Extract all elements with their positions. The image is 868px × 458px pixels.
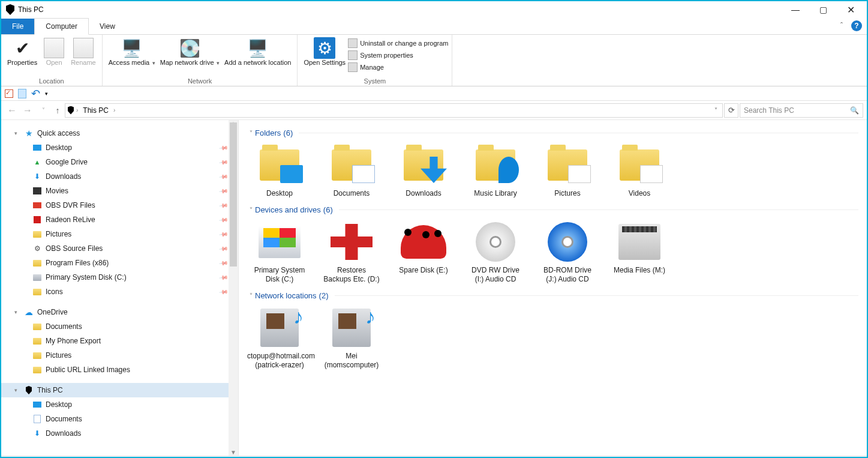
folder-downloads[interactable]: Downloads xyxy=(395,141,452,198)
drive-m-media[interactable]: Media Files (M:) xyxy=(611,218,668,284)
open-button[interactable]: Open xyxy=(40,36,68,67)
sidebar-item-radeon[interactable]: Radeon ReLive xyxy=(10,212,238,227)
collapse-ribbon-icon[interactable]: ˆ xyxy=(840,22,843,30)
drive-i-dvd[interactable]: DVD RW Drive (I:) Audio CD xyxy=(467,218,524,284)
sidebar-item-movies[interactable]: Movies xyxy=(10,184,238,198)
network-location-1[interactable]: ctopup@hotmail.com (patrick-erazer) xyxy=(251,304,308,370)
tab-computer[interactable]: Computer xyxy=(34,18,89,35)
chevron-down-icon: ˅ xyxy=(250,206,253,213)
access-media-icon: 🖥️ xyxy=(121,37,143,59)
qat-customize-icon[interactable]: ▾ xyxy=(45,91,48,97)
sidebar-item-documents-pc[interactable]: Documents xyxy=(10,412,238,426)
expand-icon[interactable]: ▾ xyxy=(14,387,20,393)
sidebar-item-pictures[interactable]: Pictures xyxy=(10,227,238,241)
sidebar-item-desktop[interactable]: Desktop xyxy=(10,140,238,155)
open-settings-label: Open Settings xyxy=(304,59,346,66)
address-history-dropdown[interactable]: ˅ xyxy=(712,107,720,113)
minimize-button[interactable]: — xyxy=(782,1,809,18)
properties-button[interactable]: ✔︎ Properties xyxy=(5,36,40,67)
nav-up-button[interactable]: ↑ xyxy=(52,106,64,115)
item-label: Restores Backups Etc. (D:) xyxy=(323,266,380,284)
system-properties-label: System properties xyxy=(360,52,413,59)
qat-undo-icon[interactable]: ↶ xyxy=(31,87,40,100)
sidebar-this-pc[interactable]: ▾ This PC xyxy=(1,383,238,397)
folder-desktop[interactable]: Desktop xyxy=(251,141,308,198)
ribbon-group-network: 🖥️ Access media ▾ 💽 Map network drive ▾ … xyxy=(103,35,298,86)
section-network[interactable]: ˅ Network locations (2) xyxy=(250,291,858,300)
qat-doc-icon[interactable] xyxy=(18,89,26,98)
address-bar[interactable]: › This PC › ˅ xyxy=(65,103,723,118)
sidebar-quick-access[interactable]: ▾ ★ Quick access xyxy=(1,126,238,140)
maximize-button[interactable]: ▢ xyxy=(809,1,837,18)
drive-e[interactable]: Spare Disk (E:) xyxy=(395,218,452,284)
nav-back-button[interactable]: ← xyxy=(5,105,19,116)
access-media-button[interactable]: 🖥️ Access media ▾ xyxy=(106,36,158,67)
sidebar-item-label: Pictures xyxy=(46,351,71,360)
open-settings-button[interactable]: ⚙ Open Settings xyxy=(301,36,348,67)
sidebar-item-google-drive[interactable]: Google Drive xyxy=(10,155,238,169)
tab-view[interactable]: View xyxy=(89,19,126,34)
close-button[interactable]: ✕ xyxy=(837,1,864,18)
help-icon[interactable]: ? xyxy=(851,20,862,31)
group-system-label: System xyxy=(301,77,448,86)
sidebar-item-label: Google Drive xyxy=(46,158,88,166)
section-folders[interactable]: ˅ Folders (6) xyxy=(250,128,858,137)
sidebar-item-downloads[interactable]: Downloads xyxy=(10,169,238,184)
nav-forward-button[interactable]: → xyxy=(20,105,35,116)
sidebar-item-label: Documents xyxy=(46,415,82,423)
manage-button[interactable]: Manage xyxy=(348,61,448,73)
folder-music[interactable]: Music Library xyxy=(467,141,524,198)
sidebar-item-documents[interactable]: Documents xyxy=(10,319,238,334)
group-network-label: Network xyxy=(106,77,294,86)
sidebar-this-pc-label: This PC xyxy=(37,386,63,394)
drive-c[interactable]: Primary System Disk (C:) xyxy=(251,218,308,284)
sidebar-item-phone-export[interactable]: My Phone Export xyxy=(10,334,238,348)
drive-d[interactable]: Restores Backups Etc. (D:) xyxy=(323,218,380,284)
search-input[interactable]: Search This PC 🔍 xyxy=(740,103,863,118)
folder-pictures[interactable]: Pictures xyxy=(539,141,596,198)
sidebar-item-pictures-od[interactable]: Pictures xyxy=(10,348,238,363)
map-drive-button[interactable]: 💽 Map network drive ▾ xyxy=(158,36,222,67)
folder-videos[interactable]: Videos xyxy=(611,141,668,198)
sidebar-item-desktop-pc[interactable]: Desktop xyxy=(10,397,238,412)
sidebar-item-primary-disk[interactable]: Primary System Disk (C:) xyxy=(10,270,238,285)
add-network-location-label: Add a network location xyxy=(224,59,291,66)
item-label: ctopup@hotmail.com (patrick-erazer) xyxy=(247,352,312,370)
sidebar-item-icons[interactable]: Icons xyxy=(10,285,238,299)
breadcrumb-sep-icon[interactable]: › xyxy=(113,107,115,113)
refresh-button[interactable]: ⟳ xyxy=(724,103,738,118)
drive-j-bdrom[interactable]: BD-ROM Drive (J:) Audio CD xyxy=(539,218,596,284)
add-network-location-button[interactable]: 🖥️ Add a network location xyxy=(222,36,293,67)
properties-icon: ✔︎ xyxy=(11,37,33,59)
ribbon-group-location: ✔︎ Properties Open Rename Location xyxy=(1,35,103,86)
google-drive-icon xyxy=(32,157,42,167)
breadcrumb[interactable]: This PC xyxy=(80,106,111,115)
sidebar-item-obs-source[interactable]: OBS Source Files xyxy=(10,241,238,256)
titlebar: This PC — ▢ ✕ xyxy=(1,1,867,18)
scrollbar-thumb[interactable] xyxy=(230,122,237,267)
sidebar-item-program-files[interactable]: Program Files (x86) xyxy=(10,256,238,270)
sidebar-quick-access-label: Quick access xyxy=(37,129,80,137)
expand-icon[interactable]: ▾ xyxy=(14,309,20,315)
nav-recent-dropdown[interactable]: ˅ xyxy=(36,107,50,113)
scroll-down-icon[interactable]: ▼ xyxy=(229,449,238,456)
expand-icon[interactable]: ▾ xyxy=(14,130,20,136)
rename-button[interactable]: Rename xyxy=(68,36,98,67)
sidebar-item-public-url[interactable]: Public URL Linked Images xyxy=(10,363,238,377)
qat-check-icon[interactable] xyxy=(5,89,13,98)
breadcrumb-sep-icon[interactable]: › xyxy=(76,107,78,113)
sidebar-item-label: Primary System Disk (C:) xyxy=(46,273,127,282)
sidebar-scrollbar[interactable]: ▲ ▼ xyxy=(229,120,238,456)
this-pc-icon xyxy=(24,385,34,395)
tab-file[interactable]: File xyxy=(1,19,34,34)
sidebar-item-downloads-pc[interactable]: Downloads xyxy=(10,426,238,441)
system-properties-button[interactable]: System properties xyxy=(348,49,448,61)
folder-documents[interactable]: Documents xyxy=(323,141,380,198)
rename-label: Rename xyxy=(71,59,96,66)
section-devices[interactable]: ˅ Devices and drives (6) xyxy=(250,205,858,214)
sidebar-onedrive[interactable]: ▾ ☁ OneDrive xyxy=(1,305,238,319)
uninstall-button[interactable]: Uninstall or change a program xyxy=(348,37,448,49)
manage-label: Manage xyxy=(360,64,384,71)
network-location-2[interactable]: Mei (momscomputer) xyxy=(323,304,380,370)
sidebar-item-obs-dvr[interactable]: OBS DVR Files xyxy=(10,198,238,212)
